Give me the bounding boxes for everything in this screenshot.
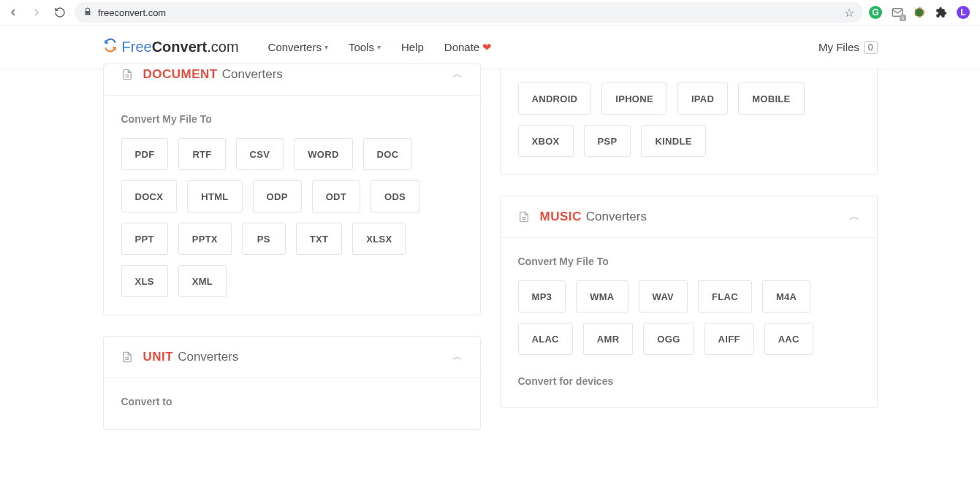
bookmark-star-icon[interactable]: ☆ — [844, 6, 854, 20]
url-text: freeconvert.com — [98, 7, 166, 18]
chevron-up-icon: ︿ — [452, 68, 463, 81]
lock-icon — [83, 7, 92, 18]
unit-card-title: UNIT — [143, 350, 174, 364]
browser-reload[interactable] — [51, 4, 69, 21]
ext-globe-icon[interactable] — [913, 6, 926, 19]
chevron-up-icon: ︿ — [452, 350, 463, 364]
format-pill-wav[interactable]: WAV — [639, 280, 688, 312]
logo-refresh-icon — [103, 38, 118, 56]
format-pill-ps[interactable]: PS — [242, 223, 286, 255]
main-nav: Converters▾ Tools▾ Help Donate❤ — [268, 41, 493, 54]
format-pill-ods[interactable]: ODS — [371, 180, 419, 212]
url-bar[interactable]: freeconvert.com ☆ — [75, 2, 863, 23]
format-pill-csv[interactable]: CSV — [236, 138, 284, 170]
format-pill-ogg[interactable]: OGG — [643, 323, 694, 355]
music-card-suffix: Converters — [586, 210, 647, 224]
music-card-title: MUSIC — [540, 210, 582, 224]
format-pill-odp[interactable]: ODP — [253, 180, 302, 212]
device-pill-xbox[interactable]: XBOX — [518, 125, 574, 157]
document-card: DOCUMENT Converters ︿ Convert My File To… — [103, 64, 481, 315]
nav-tools[interactable]: Tools▾ — [349, 41, 381, 54]
music-subtitle: Convert My File To — [518, 256, 859, 267]
browser-forward[interactable] — [28, 4, 45, 21]
document-card-suffix: Converters — [222, 67, 283, 82]
nav-converters[interactable]: Converters▾ — [268, 41, 328, 54]
device-formats: ANDROIDIPHONEIPADMOBILEXBOXPSPKINDLE — [518, 83, 859, 157]
ext-mail-icon[interactable]: x — [891, 6, 904, 19]
unit-card-header[interactable]: UNIT Converters ︿ — [104, 337, 480, 378]
ext-puzzle-icon[interactable] — [935, 6, 948, 19]
content-area: DOCUMENT Converters ︿ Convert My File To… — [96, 69, 885, 450]
format-pill-pdf[interactable]: PDF — [121, 138, 169, 170]
music-card: MUSIC Converters ︿ Convert My File To MP… — [500, 196, 878, 408]
site-logo[interactable]: FreeConvert.com — [103, 38, 239, 56]
format-pill-m4a[interactable]: M4A — [762, 280, 810, 312]
device-pill-ipad[interactable]: IPAD — [677, 83, 728, 115]
chevron-up-icon: ︿ — [849, 210, 859, 223]
format-pill-wma[interactable]: WMA — [576, 280, 628, 312]
device-pill-android[interactable]: ANDROID — [518, 83, 592, 115]
document-card-title: DOCUMENT — [143, 67, 218, 82]
ext-grammarly-icon[interactable]: G — [869, 6, 882, 19]
device-pill-mobile[interactable]: MOBILE — [738, 83, 804, 115]
format-pill-html[interactable]: HTML — [187, 180, 242, 212]
document-icon — [121, 68, 133, 81]
format-pill-aac[interactable]: AAC — [764, 323, 813, 355]
music-card-header[interactable]: MUSIC Converters ︿ — [501, 196, 877, 238]
my-files-count: 0 — [864, 41, 878, 54]
format-pill-aiff[interactable]: AIFF — [704, 323, 754, 355]
format-pill-xlsx[interactable]: XLSX — [352, 223, 406, 255]
document-card-header[interactable]: DOCUMENT Converters ︿ — [104, 64, 480, 96]
format-pill-pptx[interactable]: PPTX — [178, 223, 232, 255]
my-files[interactable]: My Files 0 — [818, 41, 878, 54]
document-icon — [518, 210, 530, 223]
document-icon — [121, 350, 133, 364]
format-pill-xml[interactable]: XML — [178, 265, 227, 297]
right-column: ANDROIDIPHONEIPADMOBILEXBOXPSPKINDLE MUS… — [500, 69, 878, 429]
site-header: FreeConvert.com Converters▾ Tools▾ Help … — [0, 26, 980, 69]
device-pill-kindle[interactable]: KINDLE — [641, 125, 705, 157]
document-subtitle: Convert My File To — [121, 113, 463, 125]
format-pill-amr[interactable]: AMR — [583, 323, 634, 355]
left-column: DOCUMENT Converters ︿ Convert My File To… — [103, 69, 481, 450]
profile-avatar-icon[interactable]: L — [957, 6, 970, 19]
nav-help[interactable]: Help — [401, 41, 424, 54]
document-formats: PDFRTFCSVWORDDOCDOCXHTMLODPODTODSPPTPPTX… — [121, 138, 463, 297]
format-pill-docx[interactable]: DOCX — [121, 180, 178, 212]
format-pill-txt[interactable]: TXT — [296, 223, 342, 255]
format-pill-doc[interactable]: DOC — [363, 138, 413, 170]
music-devices-label: Convert for devices — [518, 375, 859, 387]
chevron-down-icon: ▾ — [324, 43, 328, 51]
format-pill-odt[interactable]: ODT — [312, 180, 360, 212]
unit-subtitle: Convert to — [121, 396, 463, 407]
format-pill-alac[interactable]: ALAC — [518, 323, 573, 355]
format-pill-mp3[interactable]: MP3 — [518, 280, 566, 312]
unit-card: UNIT Converters ︿ Convert to — [103, 336, 481, 430]
nav-donate[interactable]: Donate❤ — [444, 41, 492, 54]
browser-bar: freeconvert.com ☆ G x L — [0, 0, 980, 26]
format-pill-xls[interactable]: XLS — [121, 265, 168, 297]
unit-card-suffix: Converters — [178, 350, 238, 364]
heart-icon: ❤ — [482, 41, 492, 54]
browser-back[interactable] — [4, 4, 22, 21]
format-pill-word[interactable]: WORD — [294, 138, 352, 170]
device-card: ANDROIDIPHONEIPADMOBILEXBOXPSPKINDLE — [500, 69, 878, 175]
device-pill-psp[interactable]: PSP — [584, 125, 631, 157]
format-pill-ppt[interactable]: PPT — [121, 223, 168, 255]
device-pill-iphone[interactable]: IPHONE — [601, 83, 667, 115]
music-formats: MP3WMAWAVFLACM4AALACAMROGGAIFFAAC — [518, 280, 859, 355]
format-pill-flac[interactable]: FLAC — [698, 280, 752, 312]
extensions: G x L — [869, 6, 976, 19]
chevron-down-icon: ▾ — [377, 43, 381, 51]
format-pill-rtf[interactable]: RTF — [178, 138, 225, 170]
